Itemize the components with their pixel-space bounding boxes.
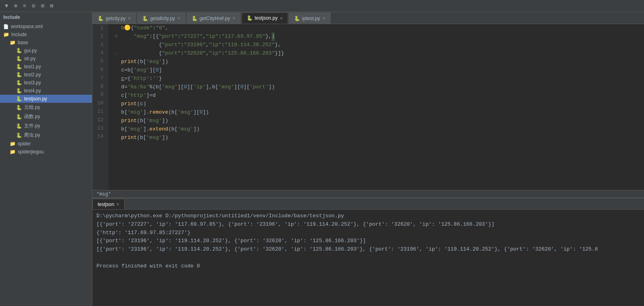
tab-close-icon[interactable]: ✕ (128, 16, 131, 20)
sidebar-item-pachong[interactable]: 🐍 爬虫.py (0, 131, 92, 140)
py-file-icon: 🐍 (16, 114, 22, 120)
sidebar-item-label: 函数.py (24, 113, 40, 120)
console-output-line-3: [{'port': '23196', 'ip': '119.114.20.252… (96, 237, 640, 245)
tab-close-icon[interactable]: ✕ (280, 16, 283, 20)
sidebar-item-test3[interactable]: 🐍 test3.py (0, 79, 92, 87)
console-empty-line (96, 254, 640, 262)
code-line-7: c={'http':''} (115, 75, 644, 83)
tab-iptest[interactable]: 🐍 iptest.py ✕ (289, 12, 331, 24)
sidebar-item-label: testjson.py (24, 96, 47, 102)
bottom-tab-testjson[interactable]: testjson ✕ (92, 199, 125, 209)
py-file-icon: 🐍 (16, 64, 22, 69)
code-line-11: b['msg'].remove(b['msg'][0]) (115, 108, 644, 117)
sidebar-item-workspace[interactable]: 📄 workspace.xml (0, 22, 92, 31)
tab-testjson[interactable]: 🐍 testjson.py ✕ (241, 12, 288, 24)
tabs-row: 🐍 getcity.py ✕ 🐍 getallcity.py ✕ 🐍 getCi… (92, 12, 644, 24)
console-output-line-2: {'http': '117.69.97.85:27227'} (96, 229, 640, 237)
editor-area: 🐍 getcity.py ✕ 🐍 getallcity.py ✕ 🐍 getCi… (92, 12, 644, 306)
bottom-tab-label: testjson (98, 202, 114, 207)
console-cmd-line: D:\pycharm\python.exe D:/pythonprojiect/… (96, 212, 640, 220)
sidebar-item-label: gui.py (24, 48, 37, 53)
py-file-icon: 🐍 (16, 56, 22, 61)
tab-label: getCityHref.py (200, 16, 230, 21)
py-file-icon: 🐍 (16, 96, 22, 102)
tab-label: getcity.py (106, 16, 126, 21)
tab-close-icon[interactable]: ✕ (232, 16, 235, 20)
tab-close-icon[interactable]: ✕ (177, 16, 180, 20)
tab-file-icon: 🐍 (142, 16, 148, 21)
py-file-icon: 🐍 (16, 133, 22, 138)
folder-icon: 📁 (3, 32, 9, 37)
sidebar-item-label: 文件.py (24, 122, 40, 129)
code-line-2: ▽ "msg":[{"port":"27227","ip":"117.69.97… (115, 33, 644, 41)
sidebar-item-gui[interactable]: 🐍 gui.py (0, 47, 92, 55)
tab-close-icon[interactable]: ✕ (322, 16, 325, 20)
code-line-14: print(b['msg']) (115, 134, 644, 142)
settings-icon[interactable]: ⚙ (30, 2, 37, 10)
sidebar-item-str[interactable]: 🐍 str.py (0, 55, 92, 63)
close-panel-icon[interactable]: ⊠ (48, 2, 55, 10)
tab-label: iptest.py (302, 16, 320, 21)
sidebar-item-test4[interactable]: 🐍 test4.py (0, 87, 92, 95)
py-file-icon: 🐍 (16, 72, 22, 78)
layout-icon[interactable]: ⊞ (39, 2, 46, 10)
console-exit-line: Process finished with exit code 0 (96, 262, 640, 271)
sidebar-item-include[interactable]: 📁 Include (0, 31, 92, 39)
sidebar-item-label: test4.py (24, 88, 41, 94)
sidebar-item-yuanzu[interactable]: 🐍 元组.py (0, 103, 92, 112)
sidebar-item-label: test3.py (24, 80, 41, 86)
code-editor[interactable]: 1 2 3 4 5 6 7 8 9 10 11 12 13 14 b🟡{"cod… (92, 24, 644, 190)
filter-icon[interactable]: ≡ (21, 2, 28, 10)
main-area: Include 📄 workspace.xml 📁 Include 📁 base… (0, 12, 644, 306)
tab-file-icon: 🐍 (192, 16, 198, 21)
sidebar-item-spiderjiegou[interactable]: 📁 spiderjiegou (0, 148, 92, 156)
bottom-tab-close-icon[interactable]: ✕ (116, 202, 119, 206)
tab-label: testjson.py (255, 15, 278, 21)
tab-getcity[interactable]: 🐍 getcity.py ✕ (92, 12, 136, 24)
sidebar-item-label: base (18, 40, 28, 45)
console-output-line-1: [{'port': '27227', 'ip': '117.69.97.85'}… (96, 220, 640, 229)
sidebar-item-spider[interactable]: 📁 spider (0, 140, 92, 148)
folder-icon: 📁 (10, 141, 16, 147)
code-line-12: print(b['msg']) (115, 117, 644, 125)
tab-getallcity[interactable]: 🐍 getallcity.py ✕ (137, 12, 186, 24)
sidebar-item-base[interactable]: 📁 base (0, 39, 92, 47)
py-file-icon: 🐍 (16, 80, 22, 86)
fold-gutter-4: ⬚ (115, 51, 121, 57)
sync-icon[interactable]: ⊕ (12, 2, 18, 10)
sidebar-item-hanshu[interactable]: 🐍 函数.py (0, 112, 92, 121)
code-line-1: b🟡{"code":"0", (115, 24, 644, 33)
py-file-icon: 🐍 (16, 88, 22, 94)
sidebar-item-testjson[interactable]: 🐍 testjson.py (0, 95, 92, 103)
sidebar-item-label: 爬虫.py (24, 132, 40, 139)
fold-gutter-2: ▽ (115, 33, 121, 41)
tab-file-icon: 🐍 (98, 16, 104, 21)
hint-text: "msg" (96, 191, 111, 197)
sidebar-item-label: 元组.py (24, 104, 40, 111)
tab-label: getallcity.py (150, 16, 175, 21)
code-lines: b🟡{"code":"0", ▽ "msg":[{"port":"27227",… (108, 24, 644, 190)
console-output: D:\pycharm\python.exe D:/pythonprojiect/… (92, 210, 644, 306)
tab-getcityhref[interactable]: 🐍 getCityHref.py ✕ (186, 12, 241, 24)
code-line-6: c=b['msg'][0] (115, 66, 644, 75)
sidebar-item-label: spider (18, 141, 31, 147)
code-line-3: {"port":"23196","ip":"119.114.20.252"}, (115, 41, 644, 49)
sidebar-item-label: str.py (24, 56, 36, 61)
py-file-icon: 🐍 (16, 105, 22, 110)
code-line-10: print(c) (115, 100, 644, 108)
folder-icon: 📁 (10, 40, 16, 45)
sidebar-item-wenjian[interactable]: 🐍 文件.py (0, 121, 92, 131)
sidebar: Include 📄 workspace.xml 📁 Include 📁 base… (0, 12, 92, 306)
code-line-5: print(b['msg']) (115, 58, 644, 66)
sidebar-item-label: spiderjiegou (18, 149, 44, 155)
dropdown-arrow-icon[interactable]: ▼ (3, 2, 10, 10)
sidebar-item-label: Include (11, 32, 27, 37)
code-line-8: d='%s:%s'%(b['msg'][0]['ip'],b['msg'][0]… (115, 83, 644, 92)
tab-file-icon: 🐍 (294, 16, 300, 21)
py-file-icon: 🐍 (16, 123, 22, 129)
sidebar-item-label: test2.py (24, 72, 41, 78)
tab-file-icon: 🐍 (247, 15, 253, 21)
sidebar-item-test2[interactable]: 🐍 test2.py (0, 71, 92, 79)
bottom-panel: testjson ✕ D:\pycharm\python.exe D:/pyth… (92, 198, 644, 306)
sidebar-item-test1[interactable]: 🐍 test1.py (0, 63, 92, 71)
